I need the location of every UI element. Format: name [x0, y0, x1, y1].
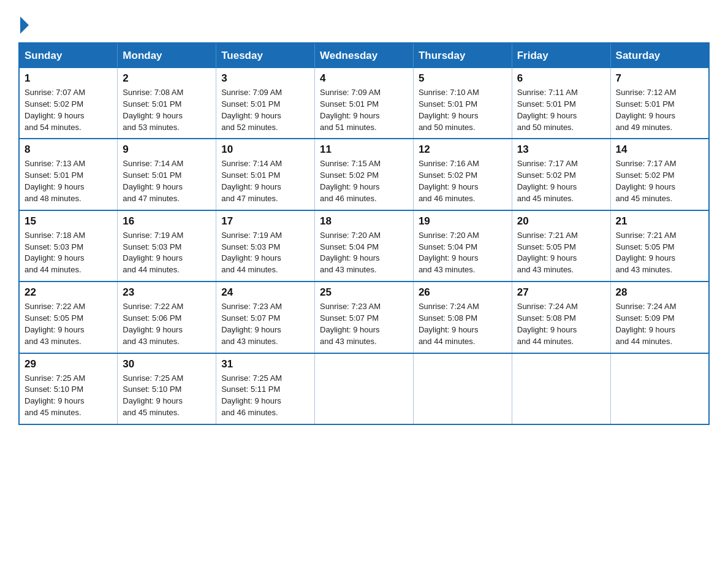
day-number: 22 [25, 286, 112, 299]
logo-arrow-icon [20, 17, 29, 34]
calendar-cell: 20 Sunrise: 7:21 AMSunset: 5:05 PMDaylig… [512, 210, 610, 282]
day-number: 14 [616, 144, 703, 156]
day-info: Sunrise: 7:10 AMSunset: 5:01 PMDaylight:… [419, 88, 479, 132]
day-number: 31 [221, 358, 309, 370]
logo [18, 12, 29, 31]
day-number: 30 [123, 358, 211, 370]
calendar-cell: 27 Sunrise: 7:24 AMSunset: 5:08 PMDaylig… [512, 282, 610, 353]
calendar-header-row: SundayMondayTuesdayWednesdayThursdayFrid… [19, 43, 709, 68]
calendar-cell: 30 Sunrise: 7:25 AMSunset: 5:10 PMDaylig… [118, 353, 216, 424]
day-info: Sunrise: 7:22 AMSunset: 5:06 PMDaylight:… [123, 302, 183, 346]
calendar-cell: 23 Sunrise: 7:22 AMSunset: 5:06 PMDaylig… [118, 282, 216, 353]
calendar-cell: 3 Sunrise: 7:09 AMSunset: 5:01 PMDayligh… [216, 68, 315, 139]
day-info: Sunrise: 7:15 AMSunset: 5:02 PMDaylight:… [320, 159, 381, 203]
day-number: 29 [25, 358, 112, 370]
column-header-sunday: Sunday [19, 43, 118, 68]
day-info: Sunrise: 7:13 AMSunset: 5:01 PMDaylight:… [25, 159, 85, 203]
calendar-week-row: 8 Sunrise: 7:13 AMSunset: 5:01 PMDayligh… [19, 139, 709, 210]
calendar-cell: 4 Sunrise: 7:09 AMSunset: 5:01 PMDayligh… [315, 68, 414, 139]
calendar-cell: 22 Sunrise: 7:22 AMSunset: 5:05 PMDaylig… [19, 282, 118, 353]
column-header-friday: Friday [512, 43, 610, 68]
day-number: 23 [123, 286, 211, 299]
day-info: Sunrise: 7:11 AMSunset: 5:01 PMDaylight:… [517, 88, 578, 132]
calendar-cell: 10 Sunrise: 7:14 AMSunset: 5:01 PMDaylig… [216, 139, 315, 210]
calendar-cell: 31 Sunrise: 7:25 AMSunset: 5:11 PMDaylig… [216, 353, 315, 424]
day-number: 3 [221, 72, 309, 85]
day-info: Sunrise: 7:19 AMSunset: 5:03 PMDaylight:… [221, 231, 282, 275]
calendar-cell: 19 Sunrise: 7:20 AMSunset: 5:04 PMDaylig… [413, 210, 512, 282]
day-info: Sunrise: 7:23 AMSunset: 5:07 PMDaylight:… [320, 302, 381, 346]
calendar-cell [610, 353, 709, 424]
day-number: 17 [221, 215, 309, 228]
column-header-monday: Monday [118, 43, 216, 68]
day-info: Sunrise: 7:24 AMSunset: 5:08 PMDaylight:… [517, 302, 578, 346]
column-header-tuesday: Tuesday [216, 43, 315, 68]
day-number: 16 [123, 215, 211, 228]
day-number: 19 [419, 215, 507, 228]
day-number: 8 [25, 144, 112, 156]
day-info: Sunrise: 7:17 AMSunset: 5:02 PMDaylight:… [517, 159, 578, 203]
calendar-cell: 18 Sunrise: 7:20 AMSunset: 5:04 PMDaylig… [315, 210, 414, 282]
day-number: 26 [419, 286, 507, 299]
day-number: 24 [221, 286, 309, 299]
day-info: Sunrise: 7:19 AMSunset: 5:03 PMDaylight:… [123, 231, 183, 275]
day-info: Sunrise: 7:14 AMSunset: 5:01 PMDaylight:… [221, 159, 282, 203]
day-info: Sunrise: 7:25 AMSunset: 5:10 PMDaylight:… [123, 373, 183, 418]
calendar-cell: 13 Sunrise: 7:17 AMSunset: 5:02 PMDaylig… [512, 139, 610, 210]
calendar-week-row: 29 Sunrise: 7:25 AMSunset: 5:10 PMDaylig… [19, 353, 709, 424]
day-number: 10 [221, 144, 309, 156]
calendar-cell: 2 Sunrise: 7:08 AMSunset: 5:01 PMDayligh… [118, 68, 216, 139]
day-number: 27 [517, 286, 605, 299]
column-header-saturday: Saturday [610, 43, 709, 68]
day-info: Sunrise: 7:25 AMSunset: 5:11 PMDaylight:… [221, 373, 282, 418]
day-info: Sunrise: 7:23 AMSunset: 5:07 PMDaylight:… [221, 302, 282, 346]
day-info: Sunrise: 7:09 AMSunset: 5:01 PMDaylight:… [320, 88, 381, 132]
calendar-cell: 29 Sunrise: 7:25 AMSunset: 5:10 PMDaylig… [19, 353, 118, 424]
calendar-cell: 14 Sunrise: 7:17 AMSunset: 5:02 PMDaylig… [610, 139, 709, 210]
day-number: 18 [320, 215, 408, 228]
day-number: 15 [25, 215, 112, 228]
day-number: 20 [517, 215, 605, 228]
calendar-cell: 6 Sunrise: 7:11 AMSunset: 5:01 PMDayligh… [512, 68, 610, 139]
calendar-cell: 7 Sunrise: 7:12 AMSunset: 5:01 PMDayligh… [610, 68, 709, 139]
day-number: 28 [616, 286, 703, 299]
day-number: 25 [320, 286, 408, 299]
calendar-cell [413, 353, 512, 424]
day-number: 21 [616, 215, 703, 228]
calendar-week-row: 15 Sunrise: 7:18 AMSunset: 5:03 PMDaylig… [19, 210, 709, 282]
calendar-cell: 16 Sunrise: 7:19 AMSunset: 5:03 PMDaylig… [118, 210, 216, 282]
day-info: Sunrise: 7:20 AMSunset: 5:04 PMDaylight:… [419, 231, 479, 275]
day-info: Sunrise: 7:09 AMSunset: 5:01 PMDaylight:… [221, 88, 282, 132]
calendar-cell: 28 Sunrise: 7:24 AMSunset: 5:09 PMDaylig… [610, 282, 709, 353]
day-info: Sunrise: 7:24 AMSunset: 5:08 PMDaylight:… [419, 302, 479, 346]
day-number: 11 [320, 144, 408, 156]
day-info: Sunrise: 7:25 AMSunset: 5:10 PMDaylight:… [25, 373, 85, 418]
day-number: 5 [419, 72, 507, 85]
day-info: Sunrise: 7:21 AMSunset: 5:05 PMDaylight:… [616, 231, 677, 275]
day-info: Sunrise: 7:24 AMSunset: 5:09 PMDaylight:… [616, 302, 677, 346]
calendar-cell: 8 Sunrise: 7:13 AMSunset: 5:01 PMDayligh… [19, 139, 118, 210]
calendar-cell [315, 353, 414, 424]
day-info: Sunrise: 7:12 AMSunset: 5:01 PMDaylight:… [616, 88, 677, 132]
column-header-wednesday: Wednesday [315, 43, 414, 68]
page-header [18, 12, 710, 31]
calendar-cell: 1 Sunrise: 7:07 AMSunset: 5:02 PMDayligh… [19, 68, 118, 139]
calendar-cell: 9 Sunrise: 7:14 AMSunset: 5:01 PMDayligh… [118, 139, 216, 210]
day-info: Sunrise: 7:17 AMSunset: 5:02 PMDaylight:… [616, 159, 677, 203]
day-number: 9 [123, 144, 211, 156]
calendar-table: SundayMondayTuesdayWednesdayThursdayFrid… [18, 42, 710, 425]
calendar-cell: 11 Sunrise: 7:15 AMSunset: 5:02 PMDaylig… [315, 139, 414, 210]
calendar-cell: 12 Sunrise: 7:16 AMSunset: 5:02 PMDaylig… [413, 139, 512, 210]
day-number: 4 [320, 72, 408, 85]
day-number: 13 [517, 144, 605, 156]
calendar-cell: 26 Sunrise: 7:24 AMSunset: 5:08 PMDaylig… [413, 282, 512, 353]
day-number: 12 [419, 144, 507, 156]
calendar-cell [512, 353, 610, 424]
day-info: Sunrise: 7:08 AMSunset: 5:01 PMDaylight:… [123, 88, 183, 132]
day-info: Sunrise: 7:21 AMSunset: 5:05 PMDaylight:… [517, 231, 578, 275]
day-number: 6 [517, 72, 605, 85]
calendar-cell: 15 Sunrise: 7:18 AMSunset: 5:03 PMDaylig… [19, 210, 118, 282]
day-info: Sunrise: 7:18 AMSunset: 5:03 PMDaylight:… [25, 231, 85, 275]
day-number: 1 [25, 72, 112, 85]
calendar-cell: 24 Sunrise: 7:23 AMSunset: 5:07 PMDaylig… [216, 282, 315, 353]
